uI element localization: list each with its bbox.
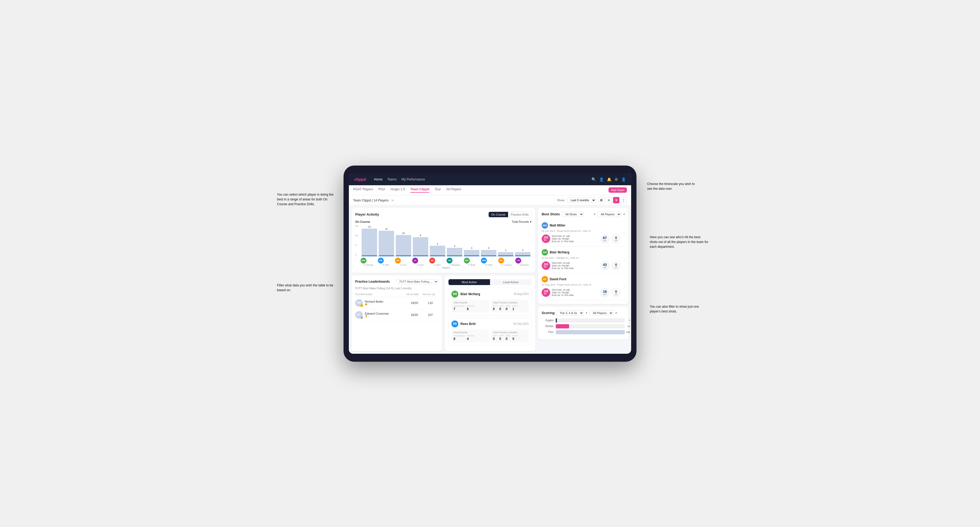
tab-team-clippd[interactable]: Team Clippd bbox=[410, 187, 429, 193]
view-icons: ⊞ ≡ ♥ ⋮ bbox=[598, 197, 627, 203]
total-rounds-dropdown[interactable]: Total Rounds ▾ bbox=[512, 220, 531, 224]
bar-ford bbox=[396, 235, 411, 256]
profile-icon[interactable]: 👤 bbox=[621, 177, 626, 181]
scoring-par-dropdown[interactable]: Par 3, 4 & 5s bbox=[557, 310, 584, 316]
grid-view-btn[interactable]: ⊞ bbox=[598, 197, 605, 203]
bar-coles bbox=[413, 237, 428, 256]
sub-nav-right: Add Team bbox=[609, 187, 627, 193]
scoring-bar-eagles bbox=[556, 318, 557, 322]
edit-icon[interactable]: ✏ bbox=[391, 198, 394, 202]
shot-chevron-mcharg[interactable]: › bbox=[624, 258, 625, 262]
leaderboard-dropdown[interactable]: PUTT Must Make Putting ... bbox=[396, 279, 438, 284]
bar-group-ford: 10 bbox=[396, 232, 411, 256]
scoring-bar-container-pars: 499 bbox=[556, 330, 625, 334]
on-course-toggle[interactable]: On Course bbox=[488, 212, 508, 217]
settings-icon[interactable]: ⚙ bbox=[615, 177, 618, 181]
shot-name-miller: Matt Miller bbox=[550, 224, 565, 227]
bar-name-ford: DF D. Ford bbox=[395, 258, 411, 266]
x-axis-label: Players bbox=[361, 267, 531, 269]
tab-pgat-players[interactable]: PGAT Players bbox=[353, 187, 373, 193]
stat-practice-activities-britt: Total Practice Activities GTT 0 APP bbox=[491, 330, 529, 342]
tab-hcaps[interactable]: Hcaps 1-5 bbox=[390, 187, 405, 193]
bar-group-crossman: 2 bbox=[498, 249, 514, 256]
col-player-name: PLAYER NAME bbox=[355, 293, 406, 296]
bar-name-robertson: LR L. Robertson bbox=[515, 258, 531, 266]
bar-group-ebert: 5 bbox=[430, 243, 445, 256]
person-icon[interactable]: 👤 bbox=[599, 177, 604, 181]
shot-name-ford: David Ford bbox=[550, 277, 566, 281]
all-shots-label: ▾ bbox=[594, 213, 595, 216]
lb-row-1: RB 1 Richard Butler 😊 1 19/20 110 bbox=[355, 297, 438, 309]
lb-name-crossman: Edward Crossman bbox=[365, 312, 389, 315]
bar-miller bbox=[481, 250, 496, 256]
activity-toggle-group: On Course Practice Drills bbox=[488, 211, 531, 217]
shot-info-mcharg: BM Blair McHarg 23 Jul 2023 · Aldridge G… bbox=[542, 249, 621, 270]
time-filter-dropdown[interactable]: Last 3 months bbox=[567, 197, 596, 203]
add-team-button[interactable]: Add Team bbox=[609, 187, 627, 193]
search-icon[interactable]: 🔍 bbox=[592, 177, 596, 181]
tab-tour[interactable]: Tour bbox=[434, 187, 441, 193]
most-active-card: Most Active Least Active BM Blair McHarg bbox=[445, 275, 535, 351]
shot-row-mcharg: BM Blair McHarg 23 Jul 2023 · Aldridge G… bbox=[542, 246, 625, 273]
activity-player-info-mcharg: BM Blair McHarg bbox=[451, 290, 480, 298]
lb-avatar-butler: RB 1 bbox=[355, 299, 363, 306]
scoring-players-dropdown[interactable]: All Players bbox=[589, 310, 613, 316]
shot-badge-mcharg: 200 SG bbox=[542, 261, 550, 270]
nav-my-performance[interactable]: My Performance bbox=[402, 178, 425, 181]
annotation-left-2: Filter what data you wish the table to b… bbox=[277, 283, 336, 292]
player-activity-title: Player Activity bbox=[355, 213, 379, 216]
list-view-btn[interactable]: ≡ bbox=[606, 197, 612, 203]
most-active-btn[interactable]: Most Active bbox=[449, 279, 490, 285]
scoring-card: Scoring Par 3, 4 & 5s ▾ All Players ▾ bbox=[538, 306, 628, 340]
activity-name-britt: Rees Britt bbox=[460, 322, 476, 326]
nav-teams[interactable]: Teams bbox=[387, 178, 396, 181]
leaderboard-title: Practice Leaderboards bbox=[355, 280, 390, 284]
col-pb-avg: PB AVG SQ bbox=[422, 293, 438, 296]
bar-chart: 13 12 bbox=[361, 225, 531, 257]
activity-player-header-mcharg: BM Blair McHarg 26 Aug 2023 bbox=[451, 290, 529, 298]
bar-name-butler: RB R. Butler bbox=[464, 258, 480, 266]
heart-view-btn[interactable]: ♥ bbox=[613, 197, 619, 203]
stat-total-rounds-britt: Total Rounds Tournament 8 Practice bbox=[451, 330, 489, 342]
main-content: Player Activity On Course Practice Drill… bbox=[349, 205, 631, 354]
shot-chevron-ford[interactable]: › bbox=[624, 284, 625, 289]
activity-toggle: Most Active Least Active bbox=[449, 279, 531, 285]
tab-pga[interactable]: PGA bbox=[379, 187, 385, 193]
bottom-cards: Practice Leaderboards PUTT Must Make Put… bbox=[352, 275, 535, 351]
shot-avatar-mcharg: BM bbox=[542, 249, 548, 256]
practice-drills-toggle[interactable]: Practice Drills bbox=[508, 212, 531, 217]
show-section: Show: Last 3 months ⊞ ≡ ♥ ⋮ bbox=[557, 197, 627, 203]
shot-location-miller: 09 Jun 2023 · Royal North Devon GC, Hole… bbox=[542, 230, 621, 232]
lb-name-butler: Richard Butler bbox=[365, 300, 383, 303]
top-nav: clippd Home Teams My Performance 🔍 👤 🔔 ⚙… bbox=[349, 173, 631, 185]
nav-links: Home Teams My Performance bbox=[374, 178, 586, 181]
shot-metrics-ford: 16 yds 0 yds bbox=[600, 288, 621, 297]
bar-group-coles: 9 bbox=[413, 234, 428, 256]
bar-name-crossman: EC E. Crossman bbox=[498, 258, 514, 266]
shots-filter-dropdown[interactable]: All Shots bbox=[562, 211, 584, 217]
scoring-row-pars: Pars 499 bbox=[542, 330, 625, 334]
bar-name-coles: JC J. Coles bbox=[412, 258, 428, 266]
bar-crossman bbox=[498, 252, 514, 256]
scoring-value-eagles: 3 bbox=[629, 319, 630, 322]
shot-chevron-miller[interactable]: › bbox=[624, 231, 625, 235]
bell-icon[interactable]: 🔔 bbox=[607, 177, 611, 181]
filter-view-btn[interactable]: ⋮ bbox=[620, 197, 627, 203]
least-active-btn[interactable]: Least Active bbox=[490, 279, 531, 285]
player-activity-header: Player Activity On Course Practice Drill… bbox=[355, 211, 531, 217]
bar-group-mcharg: 13 bbox=[362, 225, 377, 256]
players-filter-dropdown[interactable]: All Players bbox=[597, 211, 621, 217]
shot-details-ford: 198 SG Shot Dist: 16 yds Start Lie: Roug… bbox=[542, 288, 621, 297]
activity-date-mcharg: 26 Aug 2023 bbox=[514, 292, 529, 295]
leaderboard-subtitle: PUTT Must Make Putting (3-6 ft), Last 3 … bbox=[355, 287, 438, 290]
shot-dist-info-mcharg: Shot Dist: 43 yds Start Lie: Rough End L… bbox=[552, 262, 574, 270]
nav-home[interactable]: Home bbox=[374, 178, 382, 181]
scoring-bar-birdies bbox=[556, 324, 569, 329]
shot-badge-ford: 198 SG bbox=[542, 288, 550, 297]
lb-table-header: PLAYER NAME PB SCORE PB AVG SQ bbox=[355, 292, 438, 297]
scoring-row-eagles: Eagles 3 bbox=[542, 318, 625, 322]
tab-all-players[interactable]: All Players bbox=[446, 187, 461, 193]
team-title: Team Clippd | 14 Players ✏ bbox=[353, 198, 394, 203]
scoring-title: Scoring bbox=[542, 311, 554, 315]
shot-player-header-mcharg: BM Blair McHarg bbox=[542, 249, 621, 256]
